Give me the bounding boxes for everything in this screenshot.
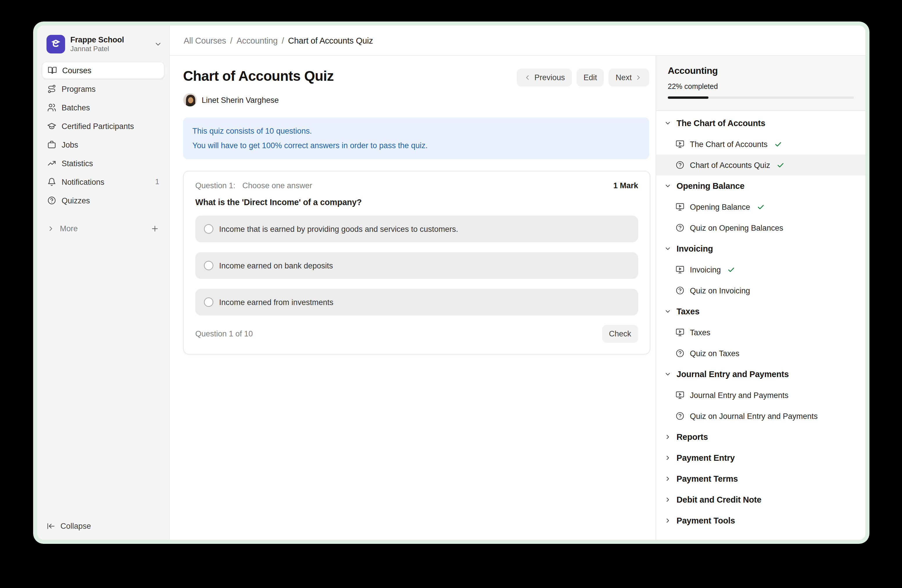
sidebar-item-courses[interactable]: Courses [42,62,164,79]
outline-chapter-payment-tools[interactable]: Payment Tools [656,510,865,531]
school-name: Frappe School [70,36,149,44]
chevron-down-icon [664,308,671,315]
video-lesson-icon [675,265,684,274]
lesson-title: Invoicing [690,265,721,274]
outline-lesson-quiz-on-journal-entry-and-payments[interactable]: Quiz on Journal Entry and Payments [656,405,865,427]
question-text: What is the 'Direct Income' of a company… [195,197,638,207]
sidebar-item-label: Batches [62,103,159,112]
outline-chapter-taxes[interactable]: Taxes [656,301,865,322]
page-title: Chart of Accounts Quiz [183,67,334,85]
outline-lesson-journal-entry-and-payments[interactable]: Journal Entry and Payments [656,385,865,405]
outline-chapter-opening-balance[interactable]: Opening Balance [656,175,865,196]
chapter-title: Taxes [676,307,700,316]
outline-lesson-invoicing[interactable]: Invoicing [656,259,865,280]
outline-lesson-quiz-on-invoicing[interactable]: Quiz on Invoicing [656,280,865,301]
sidebar-item-quizzes[interactable]: Quizzes [42,192,164,209]
course-outline-panel: Accounting 22% completed The Chart of Ac… [656,56,865,540]
outline-lesson-the-chart-of-accounts[interactable]: The Chart of Accounts [656,134,865,155]
notice-line-1: This quiz consists of 10 questions. [193,124,640,138]
question-marks: 1 Mark [613,181,638,190]
workspace-switcher[interactable]: Frappe School Jannat Patel [37,25,169,62]
sidebar-item-batches[interactable]: Batches [42,99,164,116]
breadcrumb-accounting[interactable]: Accounting [236,36,278,45]
sidebar-item-label: Certified Participants [62,122,159,130]
breadcrumb-separator: / [282,36,284,45]
outline-lesson-opening-balance[interactable]: Opening Balance [656,196,865,217]
more-label: More [60,224,145,233]
lesson-title: Quiz on Journal Entry and Payments [690,412,818,421]
sidebar-item-certified-participants[interactable]: Certified Participants [42,117,164,135]
chevron-right-icon [47,225,55,232]
sidebar-item-jobs[interactable]: Jobs [42,136,164,153]
answer-option[interactable]: Income that is earned by providing goods… [195,216,638,242]
chevron-left-icon [524,74,531,81]
previous-button[interactable]: Previous [517,69,572,87]
lesson-title: Journal Entry and Payments [690,391,788,399]
course-title: Accounting [668,66,854,76]
question-card: Question 1: Choose one answer 1 Mark Wha… [183,171,650,354]
breadcrumb-all-courses[interactable]: All Courses [184,36,226,45]
radio-button[interactable] [204,261,213,270]
answer-option-label: Income earned on bank deposits [219,261,333,270]
quiz-lesson-icon [675,286,684,295]
question-number-label: Question 1: [195,181,235,190]
collapse-sidebar-button[interactable]: Collapse [37,513,169,540]
notice-line-2: You will have to get 100% correct answer… [193,138,640,153]
outline-chapter-debit-and-credit-note[interactable]: Debit and Credit Note [656,489,865,510]
video-lesson-icon [675,391,684,400]
sidebar-item-programs[interactable]: Programs [42,80,164,98]
video-lesson-icon [675,202,684,211]
sidebar-item-notifications[interactable]: Notifications1 [42,173,164,191]
outline-chapter-payment-entry[interactable]: Payment Entry [656,447,865,468]
outline-chapter-reports[interactable]: Reports [656,427,865,447]
outline-lesson-chart-of-accounts-quiz[interactable]: Chart of Accounts Quiz [656,155,865,175]
quiz-lesson-icon [675,349,684,358]
user-name: Jannat Patel [70,45,149,53]
outline-chapter-payment-terms[interactable]: Payment Terms [656,468,865,489]
sidebar-item-statistics[interactable]: Statistics [42,155,164,172]
breadcrumb: All Courses / Accounting / Chart of Acco… [170,25,865,56]
collapse-icon [47,522,55,530]
answer-options: Income that is earned by providing goods… [195,216,638,316]
chevron-down-icon [664,120,671,127]
sidebar-item-label: Programs [62,84,159,93]
edit-button[interactable]: Edit [576,69,604,87]
answer-option[interactable]: Income earned from investments [195,289,638,316]
lesson-title: Quiz on Invoicing [690,286,750,295]
chapter-title: Payment Terms [676,474,738,483]
answer-option-label: Income that is earned by providing goods… [219,225,458,233]
chevron-down-icon[interactable] [154,40,162,48]
outline-lesson-quiz-on-taxes[interactable]: Quiz on Taxes [656,343,865,364]
outline-chapter-invoicing[interactable]: Invoicing [656,238,865,259]
frappe-school-logo [47,35,65,53]
chevron-down-icon [664,371,671,378]
chapter-title: Payment Tools [676,516,735,525]
radio-button[interactable] [204,297,213,307]
course-progress-fill [668,97,709,99]
outline-chapter-journal-entry-and-payments[interactable]: Journal Entry and Payments [656,364,865,385]
radio-button[interactable] [204,224,213,234]
outline-lesson-taxes[interactable]: Taxes [656,322,865,343]
book-open-icon [48,66,57,75]
outline-chapter-the-chart-of-accounts[interactable]: The Chart of Accounts [656,113,865,134]
left-sidebar: Frappe School Jannat Patel CoursesProgra… [37,25,170,540]
outline-lesson-quiz-on-opening-balances[interactable]: Quiz on Opening Balances [656,217,865,238]
plus-icon[interactable] [150,224,159,233]
quiz-page: Chart of Accounts Quiz Previous Edit [170,56,656,540]
notification-count-badge: 1 [155,178,159,186]
quiz-notice: This quiz consists of 10 questions. You … [183,117,649,159]
video-lesson-icon [675,328,684,337]
chevron-right-icon [664,433,671,440]
check-button[interactable]: Check [602,325,638,343]
answer-option-label: Income earned from investments [219,298,333,307]
author-avatar [183,93,197,107]
completed-check-icon [727,266,736,274]
answer-option[interactable]: Income earned on bank deposits [195,252,638,279]
sidebar-item-more[interactable]: More [42,220,164,237]
course-progress-bar [668,97,854,99]
chevron-right-icon [664,475,671,482]
bell-icon [47,177,56,186]
chevron-down-icon [664,183,671,189]
lesson-title: Quiz on Opening Balances [690,224,783,232]
next-button[interactable]: Next [609,69,649,87]
